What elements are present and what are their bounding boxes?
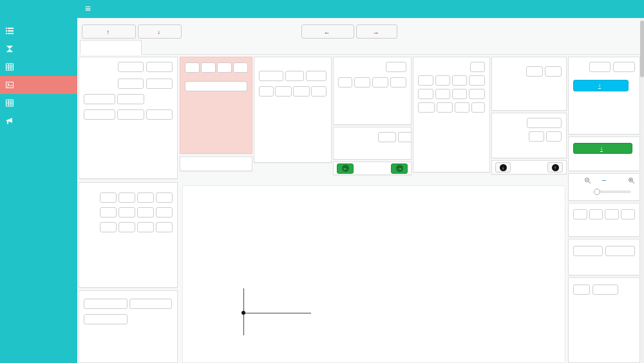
sq-chr-input[interactable] <box>546 131 562 142</box>
tree-horizontal-line <box>243 313 311 313</box>
left-notes-x[interactable] <box>137 207 154 218</box>
ban-labels-input[interactable] <box>117 94 144 104</box>
for-um-input[interactable] <box>435 89 450 99</box>
right-notes-x[interactable] <box>137 192 154 203</box>
chr-label-input[interactable] <box>285 71 305 81</box>
group-spacing-input[interactable] <box>293 86 310 97</box>
next-page-button[interactable]: ↓ <box>138 24 182 39</box>
upleft-notes-y[interactable] <box>156 222 173 232</box>
margin-right-input[interactable] <box>621 209 635 219</box>
title-pos-input[interactable] <box>452 75 467 86</box>
interval-title-input[interactable] <box>418 89 433 99</box>
legend-split-sq-input[interactable] <box>146 79 173 89</box>
move-horiz-input[interactable] <box>573 246 603 256</box>
previous-page-button[interactable]: ↑ <box>82 24 136 39</box>
hol-sep-input[interactable] <box>398 132 412 142</box>
legend-height-input[interactable] <box>146 62 173 72</box>
sidebar-item-examples[interactable] <box>0 22 77 40</box>
margin-left-input[interactable] <box>605 209 619 219</box>
sidebar-item-stats[interactable] <box>0 94 77 112</box>
hide-factor-input[interactable] <box>306 71 327 81</box>
border-width-input[interactable] <box>311 86 327 97</box>
zoom-slider-handle[interactable] <box>594 189 600 195</box>
chr-sep-input[interactable] <box>592 284 618 295</box>
vert-separ-input[interactable] <box>372 77 388 88</box>
min-tick-input[interactable] <box>470 62 485 72</box>
upleft-notes-size[interactable] <box>100 222 117 232</box>
sidebar-item-parameters-plot[interactable] <box>0 76 77 94</box>
for-cm-input[interactable] <box>452 89 467 99</box>
sidebar-item-nucleotides[interactable] <box>0 40 77 58</box>
numbers-fs-input[interactable] <box>455 102 469 113</box>
example-next-button[interactable]: → <box>391 163 408 174</box>
hamburger-icon[interactable]: ≡ <box>77 0 99 16</box>
approx-input[interactable] <box>418 75 433 86</box>
legend-separ-input[interactable] <box>117 109 144 120</box>
thresh-input[interactable] <box>437 102 453 113</box>
ticks-input[interactable] <box>418 102 435 113</box>
legend-vert-pos-input[interactable] <box>146 109 173 120</box>
right-notes-style[interactable] <box>118 192 135 203</box>
protruding-input[interactable] <box>84 299 128 309</box>
numbers-pos-input[interactable] <box>469 75 485 86</box>
fonts-bigger-button[interactable]: ↑ <box>547 162 563 172</box>
left-notes-y[interactable] <box>156 207 173 218</box>
chromosomes-panel <box>254 57 332 163</box>
arrowhead-input[interactable] <box>84 314 128 324</box>
legend-font-size-input[interactable] <box>84 109 115 120</box>
title-fs-input[interactable] <box>471 102 485 113</box>
width-pct-input[interactable] <box>589 62 611 72</box>
horiz-spacing-input[interactable] <box>275 86 292 97</box>
kar-height-input[interactable] <box>338 77 352 88</box>
chr-width-input[interactable] <box>259 86 274 97</box>
sidebar-item-dataframes[interactable] <box>0 58 77 76</box>
ruler-pos-input[interactable] <box>435 75 450 86</box>
horiz-separ-input[interactable] <box>390 77 406 88</box>
zoom-in-icon[interactable] <box>628 177 635 184</box>
modify-input[interactable] <box>526 66 543 77</box>
sq-marks-input[interactable] <box>529 131 544 142</box>
tab-log[interactable] <box>146 40 171 55</box>
tab-parameters-plot[interactable] <box>80 40 142 55</box>
ind-font-size-input[interactable] <box>573 284 590 295</box>
remove-pattern-input[interactable] <box>259 71 283 81</box>
height-space-input[interactable] <box>354 77 370 88</box>
left-notes-style[interactable] <box>118 207 135 218</box>
legend-width-input[interactable] <box>118 62 144 72</box>
fonts-smaller-button[interactable]: ↓ <box>495 162 511 172</box>
zoom-out-icon[interactable] <box>584 177 591 184</box>
group-label-input[interactable] <box>386 62 406 72</box>
marks-colors-input[interactable] <box>185 81 247 91</box>
marks-color-input[interactable] <box>217 62 232 73</box>
absolute-input[interactable] <box>545 66 562 77</box>
separation-input[interactable] <box>378 132 396 142</box>
scrollbar-thumb[interactable] <box>640 21 644 77</box>
centr-color-input[interactable] <box>185 62 200 73</box>
chr-border-color-input[interactable] <box>233 62 248 73</box>
right-notes-y[interactable] <box>156 192 173 203</box>
example-prev-button[interactable]: ← <box>337 163 354 174</box>
margin-bottom-input[interactable] <box>573 209 587 219</box>
chr-color-input[interactable] <box>201 62 216 73</box>
next-tab-button[interactable]: → <box>356 24 397 39</box>
previous-tab-button[interactable]: ← <box>301 24 354 39</box>
sidebar-item-about[interactable] <box>0 112 77 130</box>
zoom-slider-track[interactable] <box>595 191 631 193</box>
right-notes-size[interactable] <box>100 192 117 203</box>
tab-code[interactable] <box>175 40 205 55</box>
download-presets-button[interactable]: ↓ <box>573 143 632 154</box>
chromatids-panel <box>333 127 412 160</box>
legend-remove-regex-input[interactable] <box>118 79 144 89</box>
download-plot-button[interactable]: ↓ <box>573 80 629 91</box>
upleft-notes-x[interactable] <box>137 222 154 232</box>
move-vertical-input[interactable] <box>605 246 635 256</box>
margin-top-input[interactable] <box>589 209 602 219</box>
app-window: ≡ <box>0 0 644 363</box>
squared-input[interactable] <box>527 118 562 128</box>
exprotein-input[interactable] <box>129 299 172 309</box>
remove-completely-input[interactable] <box>84 94 115 104</box>
left-notes-size[interactable] <box>100 207 117 218</box>
height-ratio-input[interactable] <box>613 62 635 72</box>
upleft-notes-style[interactable] <box>118 222 135 232</box>
for-mb-input[interactable] <box>469 89 485 99</box>
